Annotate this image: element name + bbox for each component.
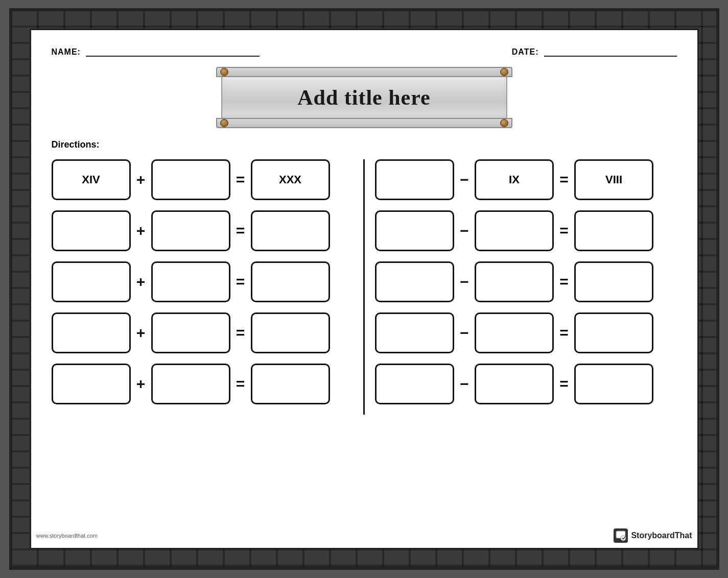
left-eq-3-op1: + xyxy=(135,324,147,342)
left-eq-4-box2 xyxy=(151,364,230,404)
left-equation-row-3: += xyxy=(52,312,354,353)
scroll-banner: Add title here xyxy=(211,67,518,128)
right-eq-4-op2: = xyxy=(558,375,570,393)
right-equation-row-0: −IX=VIII xyxy=(375,159,677,200)
footer-logo-text: StoryboardThat xyxy=(631,531,692,540)
name-field: NAME: xyxy=(52,45,260,57)
right-eq-0-op1: − xyxy=(458,171,471,188)
right-eq-2-box1 xyxy=(375,261,454,302)
right-eq-1-box1 xyxy=(375,210,454,251)
right-eq-2-op1: − xyxy=(458,273,471,291)
date-label: DATE: xyxy=(512,47,539,57)
outer-border: NAME: DATE: Add title here xyxy=(9,8,719,570)
right-eq-4-box3 xyxy=(574,364,653,404)
right-eq-3-op2: = xyxy=(558,324,570,342)
name-label: NAME: xyxy=(52,47,81,57)
svg-point-1 xyxy=(621,536,626,541)
scroll-main: Add title here xyxy=(221,76,507,119)
right-equation-row-4: −= xyxy=(375,364,677,404)
scroll-top-edge xyxy=(216,67,512,77)
right-equation-row-2: −= xyxy=(375,261,677,302)
right-eq-1-box2 xyxy=(475,210,554,251)
header-row: NAME: DATE: xyxy=(52,45,677,57)
left-equation-row-1: += xyxy=(52,210,354,251)
right-eq-2-box3 xyxy=(574,261,653,302)
left-eq-3-box1 xyxy=(52,312,131,353)
footer-logo: StoryboardThat xyxy=(614,528,692,543)
right-eq-1-box3 xyxy=(574,210,653,251)
left-eq-2-box3 xyxy=(251,261,330,302)
left-eq-4-op2: = xyxy=(234,375,247,393)
scroll-knob-bottom-left xyxy=(220,119,228,127)
scroll-knob-bottom-right xyxy=(500,119,508,127)
left-eq-0-op1: + xyxy=(135,171,147,188)
left-eq-2-box1 xyxy=(52,261,131,302)
left-eq-3-box3 xyxy=(251,312,330,353)
page-title: Add title here xyxy=(297,86,431,109)
storyboardthat-icon xyxy=(614,528,628,543)
right-eq-4-box1 xyxy=(375,364,454,404)
right-eq-3-box2 xyxy=(475,312,554,353)
right-equation-row-3: −= xyxy=(375,312,677,353)
right-eq-2-box2 xyxy=(475,261,554,302)
right-section: −IX=VIII−=−=−=−= xyxy=(365,159,677,415)
left-eq-3-op2: = xyxy=(234,324,247,342)
right-eq-3-box3 xyxy=(574,312,653,353)
right-eq-0-box1 xyxy=(375,159,454,200)
left-eq-1-box3 xyxy=(251,210,330,251)
right-eq-1-op1: − xyxy=(458,222,471,239)
left-eq-0-op2: = xyxy=(234,171,247,188)
footer: www.storyboardthat.com StoryboardThat xyxy=(36,528,692,543)
left-equation-row-0: XIV+=XXX xyxy=(52,159,354,200)
left-eq-4-box1 xyxy=(52,364,131,404)
left-eq-2-op2: = xyxy=(234,273,247,291)
left-eq-3-box2 xyxy=(151,312,230,353)
left-equation-row-4: += xyxy=(52,364,354,404)
right-eq-2-op2: = xyxy=(558,273,570,291)
right-eq-3-op1: − xyxy=(458,324,471,342)
left-section: XIV+=XXX+=+=+=+= xyxy=(52,159,365,415)
left-eq-2-op1: + xyxy=(135,273,147,291)
right-eq-4-op1: − xyxy=(458,375,471,393)
content-area: XIV+=XXX+=+=+=+= −IX=VIII−=−=−=−= xyxy=(52,159,677,415)
right-equation-row-1: −= xyxy=(375,210,677,251)
date-line xyxy=(544,45,677,57)
left-eq-2-box2 xyxy=(151,261,230,302)
left-eq-0-box1: XIV xyxy=(52,159,131,200)
footer-url: www.storyboardthat.com xyxy=(36,533,98,539)
left-eq-1-op2: = xyxy=(234,222,247,239)
left-eq-0-box3: XXX xyxy=(251,159,330,200)
right-eq-0-box2: IX xyxy=(475,159,554,200)
directions-label: Directions: xyxy=(52,139,677,150)
right-eq-4-box2 xyxy=(475,364,554,404)
left-eq-1-box2 xyxy=(151,210,230,251)
title-container: Add title here xyxy=(52,67,677,128)
scroll-knob-top-left xyxy=(220,68,228,76)
left-eq-0-box2 xyxy=(151,159,230,200)
right-eq-1-op2: = xyxy=(558,222,570,239)
name-line xyxy=(86,45,260,57)
left-eq-4-op1: + xyxy=(135,375,147,393)
left-eq-1-box1 xyxy=(52,210,131,251)
right-eq-0-box3: VIII xyxy=(574,159,653,200)
left-eq-4-box3 xyxy=(251,364,330,404)
scroll-knob-top-right xyxy=(500,68,508,76)
left-equation-row-2: += xyxy=(52,261,354,302)
right-eq-3-box1 xyxy=(375,312,454,353)
scroll-bottom-edge xyxy=(216,118,512,128)
left-eq-1-op1: + xyxy=(135,222,147,239)
date-field: DATE: xyxy=(512,45,677,57)
inner-page: NAME: DATE: Add title here xyxy=(30,29,699,549)
right-eq-0-op2: = xyxy=(558,171,570,188)
